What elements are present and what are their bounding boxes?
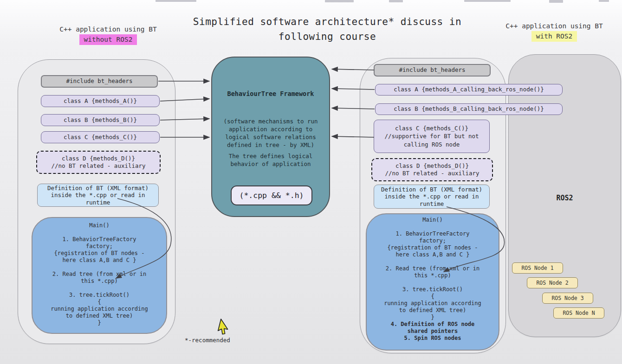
recommended-footnote: *-recommended <box>185 337 230 344</box>
left-bt-definition-box: Definition of BT (XML format) inside the… <box>37 184 159 207</box>
page-title-line2: following course <box>167 30 487 45</box>
left-class-b-box: class B {methods_B()} <box>41 114 160 126</box>
framework-description: (software mechanisms to run application … <box>212 118 329 149</box>
ros-node-n: ROS Node N <box>553 307 604 319</box>
right-header-text: C++ application using BT <box>486 21 622 31</box>
framework-title: BehaviourTree Framework <box>212 90 329 97</box>
framework-files-box: (*.cpp && *.h) <box>231 185 312 205</box>
right-column-header: C++ application using BT with ROS2 <box>486 21 622 42</box>
page-title: Simplified software architecture* discus… <box>167 15 487 44</box>
ros-node-3: ROS Node 3 <box>542 293 593 304</box>
top-crop-artifact <box>156 0 196 2</box>
left-header-highlight: without ROS2 <box>79 34 137 45</box>
left-main-box: Main() 1. BehaviorTreeFactory factory; {… <box>32 217 167 334</box>
ros2-title: ROS2 <box>509 194 621 202</box>
right-main-body: Main() 1. BehaviorTreeFactory factory; {… <box>367 217 499 321</box>
page-title-line1: Simplified software architecture* discus… <box>167 15 487 30</box>
top-crop-artifact <box>325 0 354 2</box>
right-main-box: Main() 1. BehaviorTreeFactory factory; {… <box>366 213 499 351</box>
top-crop-artifact <box>464 0 511 2</box>
left-header-text: C++ application using BT <box>36 24 180 34</box>
right-header-highlight: with ROS2 <box>531 31 577 41</box>
right-class-b-box: class B {methods_B_calling_back_ros_node… <box>375 103 563 115</box>
mouse-cursor-icon <box>218 319 230 335</box>
diagram-canvas: Simplified software architecture* discus… <box>0 0 622 364</box>
left-class-c-box: class C {methods_C()} <box>41 131 160 143</box>
right-class-d-box: class D {methods_D()} //no BT related - … <box>371 158 493 181</box>
framework-tree-note: The tree defines logical behavior of app… <box>212 153 329 168</box>
left-include-box: #include bt_headers <box>41 75 158 88</box>
ros-node-2: ROS Node 2 <box>527 277 578 288</box>
top-crop-artifact <box>599 0 609 2</box>
right-class-c-box: class C {methods_C()} //supportive for B… <box>374 120 490 153</box>
left-column-header: C++ application using BT without ROS2 <box>36 24 180 45</box>
right-bt-definition-box: Definition of BT (XML format) inside the… <box>374 185 490 209</box>
behaviourtree-framework-box: BehaviourTree Framework (software mechan… <box>211 57 330 217</box>
ros-node-1: ROS Node 1 <box>512 262 563 274</box>
right-include-box: #include bt_headers <box>374 64 491 77</box>
right-class-a-box: class A {methods_A_calling_back_ros_node… <box>375 84 563 96</box>
left-class-a-box: class A {methods_A()} <box>41 95 160 107</box>
top-crop-artifact <box>549 0 563 3</box>
left-class-d-box: class D {methods_D()} //no BT related - … <box>36 151 161 174</box>
right-main-ros-steps: 4. Definition of ROS node shared pointer… <box>367 321 499 342</box>
top-crop-artifact <box>389 0 403 2</box>
